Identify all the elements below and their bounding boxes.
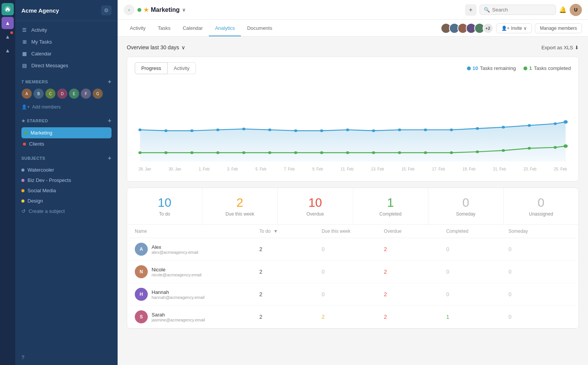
- starred-item-marketing[interactable]: Marketing: [21, 127, 111, 138]
- chart-tab-activity[interactable]: Activity: [168, 62, 196, 74]
- sidebar-item-activity[interactable]: ☰ Activity: [15, 24, 118, 36]
- subject-item-watercooler[interactable]: Watercooler: [21, 165, 111, 175]
- search-icon: 🔍: [484, 7, 490, 13]
- tab-documents[interactable]: Documents: [241, 21, 278, 36]
- overdue-sarah: 2: [384, 314, 446, 320]
- member-avatar-6: F: [81, 88, 91, 99]
- user-avatar[interactable]: U: [570, 4, 582, 16]
- home-icon[interactable]: [2, 3, 14, 15]
- col-name: Name: [135, 229, 259, 234]
- tab-activity[interactable]: Activity: [124, 21, 152, 36]
- marketing-dot: [24, 131, 27, 135]
- triangle-icon-1[interactable]: ▲: [2, 17, 14, 29]
- svg-point-21: [190, 151, 193, 154]
- tab-tasks[interactable]: Tasks: [152, 21, 176, 36]
- back-arrow-button[interactable]: ‹: [124, 5, 134, 15]
- svg-point-22: [216, 151, 219, 154]
- completed-label: Completed: [359, 211, 422, 217]
- invite-button[interactable]: 👤+ Invite ∨: [496, 23, 532, 33]
- top-bar: ‹ ★ Marketing ∨ + 🔍 🔔 U: [118, 0, 588, 20]
- status-dot: [137, 8, 141, 12]
- help-button[interactable]: ?: [15, 350, 118, 365]
- someday-sarah: 0: [509, 314, 571, 320]
- settings-icon[interactable]: ⚙: [101, 5, 111, 15]
- svg-point-5: [242, 128, 245, 130]
- add-member-plus-icon[interactable]: +: [108, 78, 111, 85]
- svg-point-8: [320, 130, 323, 132]
- x-label-8: 13. Feb: [371, 167, 384, 171]
- add-members-button[interactable]: 👤+ Add members: [21, 102, 111, 112]
- starred-item-clients[interactable]: Clients: [21, 138, 111, 149]
- overview-title-button[interactable]: Overview last 30 days ∨: [127, 44, 185, 50]
- col-due-week: Due this week: [321, 229, 384, 234]
- tab-analytics[interactable]: Analytics: [209, 21, 241, 36]
- search-input[interactable]: [492, 7, 549, 13]
- sidebar-item-calendar[interactable]: ▦ Calendar: [15, 48, 118, 60]
- chart-tabs: Progress Activity: [135, 62, 196, 74]
- export-icon: ⬇: [575, 45, 579, 50]
- svg-point-1: [139, 128, 142, 131]
- tab-bar: Activity Tasks Calendar Analytics Docume…: [118, 20, 588, 37]
- chart-tab-progress[interactable]: Progress: [135, 62, 168, 74]
- stat-completed: 1 Completed: [353, 188, 428, 224]
- col-overdue: Overdue: [384, 229, 446, 234]
- person-info-hannah: Hannah hannah@acmeagency.email: [152, 289, 205, 300]
- export-button[interactable]: Export as XLS ⬇: [541, 45, 579, 50]
- invite-chevron-icon: ∨: [523, 26, 527, 31]
- sidebar-item-direct-messages[interactable]: ▤ Direct Messages: [15, 60, 118, 71]
- svg-point-25: [294, 151, 297, 154]
- svg-point-34: [528, 147, 531, 150]
- legend-completed: 1 Tasks completed: [523, 65, 571, 71]
- svg-point-16: [528, 124, 531, 127]
- svg-point-11: [398, 128, 401, 131]
- table-header: Name To do ▼ Due this week Overdue Compl…: [129, 225, 577, 238]
- svg-point-6: [268, 128, 271, 131]
- svg-point-12: [424, 128, 427, 131]
- add-button[interactable]: +: [465, 4, 477, 16]
- bizdev-label: Biz Dev - Prospects: [27, 177, 71, 183]
- table-row: A Alex alex@acmeagency.email 2 0 2 0 0: [129, 238, 577, 261]
- sidebar-item-my-tasks[interactable]: ⊞ My Tasks: [15, 36, 118, 48]
- todo-number: 10: [133, 196, 196, 210]
- icon-bar: ▲ ▲ ▲: [0, 0, 15, 365]
- clients-dot: [23, 143, 26, 146]
- export-label: Export as XLS: [541, 45, 573, 50]
- starred-section: ★ STARRED + Marketing Clients: [15, 114, 118, 151]
- tab-avatar-count: +2: [483, 23, 493, 34]
- svg-point-29: [398, 151, 401, 154]
- subject-item-social-media[interactable]: Social Media: [21, 185, 111, 196]
- triangle-icon-2[interactable]: ▲: [2, 31, 14, 43]
- svg-point-4: [216, 128, 219, 131]
- tab-calendar[interactable]: Calendar: [176, 21, 209, 36]
- due-nicole: 0: [321, 269, 384, 275]
- starred-header: ★ STARRED +: [21, 117, 111, 124]
- x-label-3: 3. Feb: [227, 167, 238, 171]
- watercooler-label: Watercooler: [27, 167, 54, 173]
- remaining-count: 10: [473, 65, 478, 71]
- due-week-label: Due this week: [208, 211, 271, 217]
- sort-arrow-icon[interactable]: ▼: [273, 229, 278, 234]
- triangle-icon-3[interactable]: ▲: [2, 44, 14, 57]
- create-subject-button[interactable]: ↺ Create a subject: [21, 206, 111, 216]
- unassigned-number: 0: [510, 196, 572, 210]
- member-avatar-3: C: [45, 88, 56, 99]
- members-avatars-row: A B C D E F G: [21, 88, 111, 99]
- subject-item-design[interactable]: Design: [21, 196, 111, 206]
- search-box[interactable]: 🔍: [480, 5, 556, 15]
- stat-someday: 0 Someday: [428, 188, 504, 224]
- svg-point-36: [564, 144, 568, 148]
- members-count: 7 MEMBERS: [21, 79, 48, 84]
- starred-plus-icon[interactable]: +: [108, 117, 111, 124]
- col-todo: To do ▼: [259, 229, 321, 234]
- stat-due-week: 2 Due this week: [202, 188, 278, 224]
- chevron-down-icon[interactable]: ∨: [182, 7, 186, 13]
- manage-members-button[interactable]: Manage members: [535, 23, 582, 33]
- notification-bell-icon[interactable]: 🔔: [559, 6, 567, 13]
- star-icon[interactable]: ★: [144, 6, 149, 13]
- subject-item-bizdev[interactable]: Biz Dev - Prospects: [21, 175, 111, 185]
- subjects-plus-icon[interactable]: +: [108, 155, 111, 162]
- app-name: Acme Agency: [21, 7, 59, 14]
- person-cell-sarah: S Sarah jasmine@acmeagency.email: [135, 310, 259, 323]
- stats-card: 10 To do 2 Due this week 10 Overdue 1 Co…: [127, 188, 579, 329]
- overdue-alex: 2: [384, 246, 446, 252]
